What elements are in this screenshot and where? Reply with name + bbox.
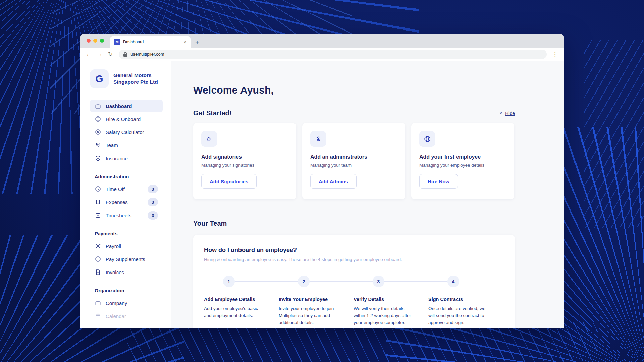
- get-started-header: Get Started! × Hide: [193, 109, 515, 117]
- hide-control: × Hide: [500, 111, 515, 116]
- section-payments: Payments Payroll Pay Supplements Invoice…: [90, 231, 163, 279]
- card-title: Add your first employee: [419, 154, 506, 160]
- section-title: Payments: [95, 231, 163, 236]
- step-description: Once details are verified, we will send …: [428, 305, 490, 326]
- step-invite-your-employee: 2 Invite Your Employee Invite your emplo…: [279, 276, 354, 328]
- step-number: 4: [447, 276, 459, 287]
- hire-now-button[interactable]: Hire Now: [419, 174, 458, 189]
- step-description: Add your employee's basic and employment…: [204, 305, 265, 319]
- admin-person-icon: [310, 131, 326, 147]
- dismiss-icon[interactable]: ×: [500, 111, 502, 116]
- home-icon: [95, 103, 101, 109]
- section-title: Organization: [95, 288, 163, 293]
- get-started-cards: Add signatories Managing your signatorie…: [193, 123, 515, 199]
- get-started-title: Get Started!: [193, 109, 231, 117]
- site-favicon: M: [114, 39, 120, 45]
- page-title: Welcome Ayush,: [193, 84, 515, 96]
- sidebar-item-pay-supplements[interactable]: Pay Supplements: [90, 253, 163, 265]
- calendar-icon: [95, 313, 101, 319]
- tab-title: Dashboard: [123, 40, 180, 44]
- onboard-title: How do I onboard an employee?: [204, 247, 504, 254]
- reload-icon[interactable]: ↻: [108, 51, 113, 58]
- forward-icon[interactable]: →: [97, 51, 103, 58]
- browser-window: M Dashboard × + ← → ↻ usemultiplier.com …: [80, 34, 564, 328]
- minimize-window-button[interactable]: [93, 39, 97, 43]
- card-subtitle: Managing your team: [310, 163, 397, 168]
- app-content: G General Motors Singapore Pte Ltd Dashb…: [80, 61, 564, 328]
- globe-icon: [419, 131, 435, 147]
- lock-icon: [123, 52, 127, 57]
- sidebar-item-payroll[interactable]: Payroll: [90, 240, 163, 252]
- step-description: We will verify their details within 1-2 …: [354, 305, 415, 328]
- invoice-icon: [95, 269, 101, 276]
- back-icon[interactable]: ←: [86, 51, 92, 58]
- card-subtitle: Managing your signatories: [201, 163, 288, 168]
- sidebar: G General Motors Singapore Pte Ltd Dashb…: [80, 61, 171, 328]
- card-title: Add an administrators: [310, 154, 397, 160]
- primary-nav: Dashboard Hire & Onboard Salary Calculat…: [90, 100, 163, 165]
- step-title: Verify Details: [354, 297, 415, 302]
- close-tab-icon[interactable]: ×: [183, 39, 187, 45]
- new-tab-button[interactable]: +: [195, 39, 199, 46]
- onboarding-stepper: 1 Add Employee Details Add your employee…: [204, 276, 504, 328]
- sidebar-item-invoices[interactable]: Invoices: [90, 266, 163, 279]
- sidebar-item-company[interactable]: Company: [90, 297, 163, 309]
- sidebar-item-salary-calculator[interactable]: Salary Calculator: [90, 126, 163, 138]
- url-text: usemultiplier.com: [130, 52, 164, 57]
- onboard-steps-card: How do I onboard an employee? Hiring & o…: [193, 235, 515, 328]
- add-signatories-button[interactable]: Add Signatories: [201, 174, 257, 189]
- card-subtitle: Managing your employee details: [419, 163, 506, 168]
- step-number: 1: [223, 276, 235, 287]
- browser-tab-dashboard[interactable]: M Dashboard ×: [110, 36, 191, 48]
- company-name: General Motors Singapore Pte Ltd: [113, 72, 158, 85]
- time-off-badge: 3: [148, 185, 158, 193]
- onboard-subtitle: Hiring & onboarding an employee is easy.…: [204, 257, 504, 262]
- address-bar[interactable]: usemultiplier.com: [119, 50, 547, 59]
- step-title: Add Employee Details: [204, 297, 265, 302]
- step-add-employee-details: 1 Add Employee Details Add your employee…: [204, 276, 279, 328]
- section-administration: Administration Time Off 3 Expenses 3 Tim…: [90, 174, 163, 222]
- timesheets-badge: 3: [148, 211, 158, 220]
- sidebar-item-timesheets[interactable]: Timesheets 3: [90, 209, 163, 222]
- dollar-circle-icon: [95, 129, 101, 135]
- section-organization: Organization Company Calendar: [90, 288, 163, 322]
- globe-icon: [95, 116, 101, 122]
- expenses-badge: 3: [148, 198, 158, 206]
- sidebar-item-expenses[interactable]: Expenses 3: [90, 196, 163, 208]
- main-content: Welcome Ayush, Get Started! × Hide Add s…: [171, 61, 564, 328]
- sidebar-item-team[interactable]: Team: [90, 139, 163, 152]
- plus-circle-icon: [95, 256, 101, 262]
- signature-icon: [201, 131, 217, 147]
- card-title: Add signatories: [201, 154, 288, 160]
- calendar-plus-icon: [95, 212, 101, 219]
- payroll-icon: [95, 243, 101, 249]
- hide-link[interactable]: Hide: [505, 111, 515, 116]
- maximize-window-button[interactable]: [100, 39, 104, 43]
- close-window-button[interactable]: [87, 39, 91, 43]
- sidebar-item-time-off[interactable]: Time Off 3: [90, 183, 163, 195]
- browser-tab-bar: M Dashboard × +: [80, 34, 564, 48]
- card-add-signatories: Add signatories Managing your signatorie…: [193, 123, 296, 199]
- your-team-title: Your Team: [193, 220, 515, 227]
- card-add-first-employee: Add your first employee Managing your em…: [411, 123, 514, 199]
- step-description: Invite your employee to join Multiplier …: [279, 305, 340, 326]
- add-admins-button[interactable]: Add Admins: [310, 174, 357, 189]
- sidebar-item-hire-onboard[interactable]: Hire & Onboard: [90, 113, 163, 125]
- company-header[interactable]: G General Motors Singapore Pte Ltd: [90, 69, 163, 88]
- team-icon: [95, 142, 101, 148]
- briefcase-icon: [95, 300, 101, 306]
- shield-plus-icon: [95, 155, 101, 162]
- sidebar-item-calendar[interactable]: Calendar: [90, 310, 163, 322]
- section-title: Administration: [95, 174, 163, 179]
- sidebar-item-dashboard[interactable]: Dashboard: [90, 100, 163, 112]
- card-add-administrators: Add an administrators Managing your team…: [302, 123, 405, 199]
- step-title: Sign Contracts: [428, 297, 490, 302]
- step-verify-details: 3 Verify Details We will verify their de…: [354, 276, 428, 328]
- step-title: Invite Your Employee: [279, 297, 340, 302]
- browser-menu-icon[interactable]: ⋮: [552, 51, 558, 58]
- company-logo: G: [90, 69, 109, 88]
- clock-icon: [95, 186, 101, 192]
- step-number: 2: [298, 276, 310, 287]
- sidebar-item-insurance[interactable]: Insurance: [90, 152, 163, 165]
- receipt-icon: [95, 199, 101, 205]
